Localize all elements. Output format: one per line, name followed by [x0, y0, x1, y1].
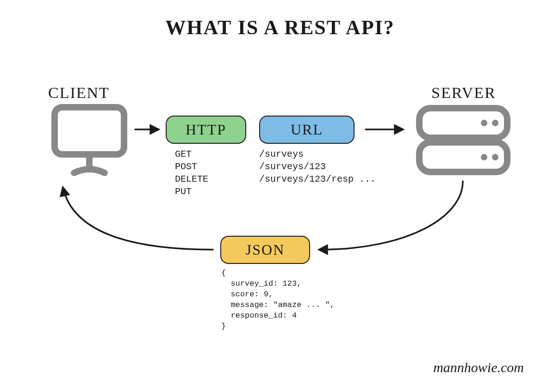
svg-point-6 — [481, 154, 487, 160]
http-methods-list: GET POST DELETE PUT — [175, 148, 208, 198]
server-label: SERVER — [431, 84, 496, 102]
url-pill: URL — [259, 116, 355, 144]
svg-point-7 — [492, 154, 498, 160]
diagram-title: WHAT IS A REST API? — [0, 16, 560, 39]
json-pill: JSON — [220, 236, 310, 264]
monitor-icon — [50, 104, 129, 178]
http-pill: HTTP — [166, 116, 246, 144]
svg-point-4 — [481, 120, 487, 126]
credit-text: mannhowie.com — [433, 360, 524, 375]
svg-point-5 — [492, 120, 498, 126]
json-body-example: { survey_id: 123, score: 9, message: "am… — [221, 268, 335, 332]
client-label: CLIENT — [48, 84, 110, 102]
flow-arrows — [0, 0, 560, 392]
svg-rect-0 — [55, 107, 124, 154]
server-icon — [415, 104, 512, 178]
url-paths-list: /surveys /surveys/123 /surveys/123/resp … — [259, 148, 376, 185]
